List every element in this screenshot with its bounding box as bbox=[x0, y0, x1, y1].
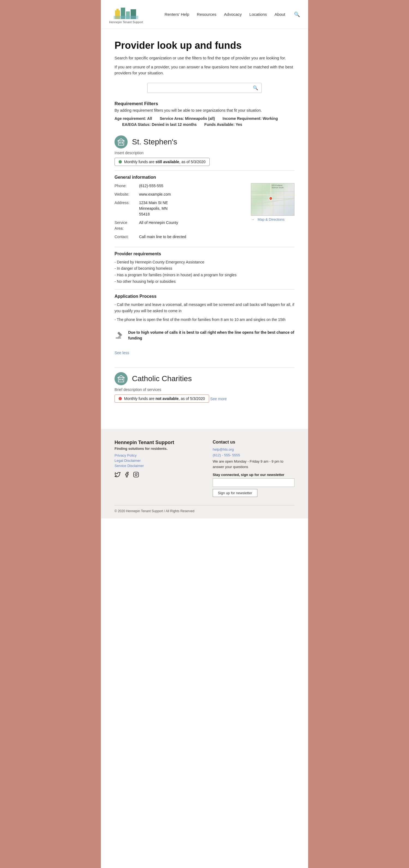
website-label: Website: bbox=[115, 191, 139, 197]
footer-email-link[interactable]: help@hts.org bbox=[213, 447, 294, 452]
age-filter[interactable]: Age requirement: All bbox=[115, 116, 152, 121]
provider-desc-catholic-charities: Brief description of services bbox=[115, 388, 294, 392]
nav-locations[interactable]: Locations bbox=[250, 12, 267, 17]
map-label: 525 Portland bbox=[271, 184, 283, 186]
footer-phone-link[interactable]: (612) - 555- 5555 bbox=[213, 453, 294, 457]
requirements-section: Provider requirements - Denied by Hennep… bbox=[115, 247, 294, 289]
main-nav: Renters' Help Resources Advocacy Locatio… bbox=[165, 11, 300, 18]
footer-top: Hennepin Tenant Support Finding solution… bbox=[115, 440, 294, 497]
info-grid-container: Phone: (612)-555-555 Website: www.exampl… bbox=[115, 183, 294, 243]
requirement-item: - No other housing help or subsidies bbox=[115, 278, 294, 285]
ea-ega-filter[interactable]: EA/EGA Status: Denied in last 12 months bbox=[122, 122, 197, 127]
building-icon bbox=[117, 138, 125, 146]
contact-label: Contact: bbox=[115, 234, 139, 240]
svg-rect-15 bbox=[122, 379, 123, 380]
twitter-icon[interactable] bbox=[115, 472, 120, 479]
footer-col-org: Hennepin Tenant Support Finding solution… bbox=[115, 440, 196, 497]
instagram-icon[interactable] bbox=[133, 472, 139, 479]
info-row-address: Address: 1234 Main St NE Minneapolis, MN… bbox=[115, 200, 245, 217]
filter-row-1: Age requirement: All Service Area: Minne… bbox=[115, 116, 294, 121]
footer-col-contact: Contact us help@hts.org (612) - 555- 555… bbox=[213, 440, 294, 497]
income-filter[interactable]: Income Requirement: Working bbox=[223, 116, 278, 121]
phone-value: (612)-555-555 bbox=[139, 183, 245, 189]
svg-rect-7 bbox=[119, 142, 120, 144]
footer-social bbox=[115, 472, 196, 479]
info-row-service-area: ServiceArea: All of Hennepin County bbox=[115, 220, 245, 231]
provider-icon-st-stephens bbox=[115, 135, 127, 149]
alert-gavel-icon bbox=[115, 330, 124, 340]
map-image: 525 Portland Avenue South bbox=[251, 183, 294, 216]
footer-link-legal[interactable]: Legal Disclaimer bbox=[115, 459, 196, 463]
service-area-filter[interactable]: Service Area: Minneapolis (all) bbox=[160, 116, 215, 121]
nav-about[interactable]: About bbox=[274, 12, 285, 17]
status-badge-st-stephens: Monthly funds are still available, as of… bbox=[115, 158, 210, 166]
info-row-website: Website: www.example.com bbox=[115, 191, 245, 197]
info-row-phone: Phone: (612)-555-555 bbox=[115, 183, 245, 189]
application-section: Application Process - Call the number an… bbox=[115, 289, 294, 349]
general-info-section: General information Phone: (612)-555-555… bbox=[115, 170, 294, 247]
map-line bbox=[251, 205, 294, 206]
site-header: Hennepin Tenant Support Renters' Help Re… bbox=[101, 0, 308, 29]
page-title: Provider look up and funds bbox=[115, 40, 294, 51]
funds-filter[interactable]: Funds Available: Yes bbox=[204, 122, 242, 127]
nav-renters-help[interactable]: Renters' Help bbox=[165, 12, 189, 17]
svg-rect-13 bbox=[118, 378, 124, 382]
svg-marker-9 bbox=[118, 139, 124, 141]
application-item: - The phone line is open the first of th… bbox=[115, 317, 294, 323]
provider-card-catholic-charities: Catholic Charities Brief description of … bbox=[115, 372, 294, 407]
map-pin bbox=[268, 196, 273, 201]
building-icon-2 bbox=[117, 375, 125, 382]
svg-rect-5 bbox=[114, 16, 138, 19]
website-value: www.example.com bbox=[139, 191, 245, 197]
alert-icon bbox=[115, 330, 124, 342]
filter-row-2: EA/EGA Status: Denied in last 12 months … bbox=[115, 122, 294, 127]
application-text: - Call the number and leave a voicemail,… bbox=[115, 302, 294, 323]
provider-card-st-stephens: St. Stephen's Insert description Monthly… bbox=[115, 135, 294, 357]
map-line bbox=[262, 183, 262, 216]
footer-hours-text: We are open Monday - Friday 9 am - 9 pm … bbox=[213, 459, 294, 469]
map-directions-link[interactable]: → Map & Directions bbox=[251, 217, 294, 221]
newsletter-input[interactable] bbox=[213, 478, 294, 487]
address-value: 1234 Main St NE Minneapolis, MN 55418 bbox=[139, 200, 245, 217]
alert-text: Due to high volume of calls it is best t… bbox=[128, 330, 294, 341]
footer-tagline: Finding solutions for residents. bbox=[115, 446, 196, 451]
search-magnifier-icon[interactable]: 🔍 bbox=[250, 83, 262, 93]
phone-label: Phone: bbox=[115, 183, 139, 189]
svg-marker-16 bbox=[118, 375, 124, 378]
see-less-button[interactable]: See less bbox=[115, 349, 129, 356]
svg-rect-8 bbox=[122, 142, 123, 144]
status-text-st-stephens: Monthly funds are still available, as of… bbox=[124, 160, 206, 164]
service-area-value: All of Hennepin County bbox=[139, 220, 245, 231]
facebook-icon[interactable] bbox=[124, 472, 130, 479]
provider-name-st-stephens: St. Stephen's bbox=[132, 137, 177, 146]
map-line bbox=[251, 191, 294, 192]
svg-rect-1 bbox=[116, 9, 119, 10]
alert-box: Due to high volume of calls it is best t… bbox=[115, 327, 294, 345]
provider-desc-st-stephens: Insert description bbox=[115, 151, 294, 155]
newsletter-signup-button[interactable]: Sign up for newsletter bbox=[213, 489, 257, 497]
map-label: Avenue South bbox=[271, 187, 284, 189]
contact-value: Call main line to be directed bbox=[139, 234, 245, 240]
footer-link-service-disclaimer[interactable]: Service Disclaimer bbox=[115, 464, 196, 468]
search-icon-button[interactable]: 🔍 bbox=[294, 11, 300, 18]
main-content: Provider look up and funds Search for sp… bbox=[101, 29, 308, 429]
footer-org-name: Hennepin Tenant Support bbox=[115, 440, 196, 445]
provider-icon-catholic-charities bbox=[115, 372, 127, 385]
page-subtitle2: If you are unsure of a provider, you can… bbox=[115, 64, 294, 76]
footer-copyright: © 2020 Hennepin Tenant Support / All Rig… bbox=[115, 505, 294, 513]
requirements-title: Provider requirements bbox=[115, 251, 294, 256]
provider-name-catholic-charities: Catholic Charities bbox=[132, 374, 192, 383]
footer-link-privacy[interactable]: Privacy Policy bbox=[115, 453, 196, 458]
nav-advocacy[interactable]: Advocacy bbox=[224, 12, 242, 17]
svg-rect-14 bbox=[119, 379, 120, 380]
provider-header-st-stephens: St. Stephen's bbox=[115, 135, 294, 149]
service-area-label: ServiceArea: bbox=[115, 220, 139, 231]
see-more-button[interactable]: See more bbox=[210, 395, 227, 403]
application-item: - Call the number and leave a voicemail,… bbox=[115, 302, 294, 315]
requirements-list: - Denied by Hennepin County Emergency As… bbox=[115, 259, 294, 285]
filter-section: Requirement Filters By adding requiremen… bbox=[115, 101, 294, 127]
map-container: 525 Portland Avenue South → Map & Direct… bbox=[251, 183, 294, 243]
filter-desc: By adding requirement filters you will b… bbox=[115, 108, 294, 113]
search-input[interactable] bbox=[147, 83, 250, 92]
nav-resources[interactable]: Resources bbox=[197, 12, 216, 17]
